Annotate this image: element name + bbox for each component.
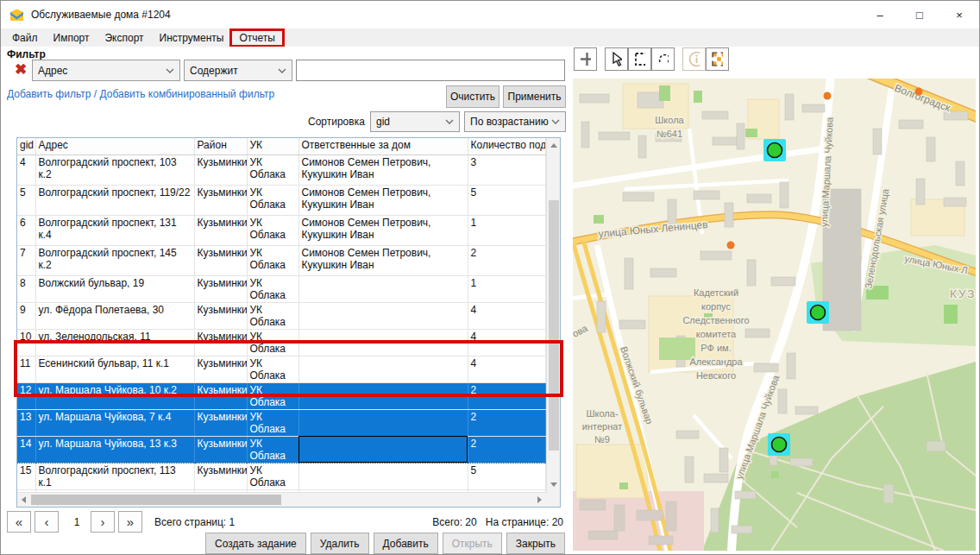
cell-address[interactable]: ул. Маршала Чуйкова, 7 к.4 xyxy=(35,409,194,436)
cell-count[interactable]: 1 xyxy=(468,275,546,302)
cell-district[interactable]: Кузьминки xyxy=(194,215,247,245)
cell-gid[interactable]: 4 xyxy=(17,155,35,185)
col-gid[interactable]: gid xyxy=(17,138,35,155)
cell-uk[interactable]: УК Облака xyxy=(247,302,298,329)
cell-address[interactable]: ул. Фёдора Полетаева, 30 xyxy=(35,302,194,329)
cell-count[interactable]: 5 xyxy=(468,463,546,489)
cell-district[interactable]: Кузьминки xyxy=(194,329,247,356)
cell-gid[interactable]: 12 xyxy=(17,382,35,409)
col-uk[interactable]: УК xyxy=(247,138,298,155)
table-row[interactable]: 8Волжский бульвар, 19КузьминкиУК Облака1 xyxy=(17,275,546,302)
apply-button[interactable]: Применить xyxy=(503,85,566,108)
cell-gid[interactable]: 10 xyxy=(17,329,35,356)
cell-district[interactable]: Кузьминки xyxy=(194,463,247,489)
maximize-button[interactable]: □ xyxy=(900,1,939,28)
cell-responsible[interactable] xyxy=(298,436,468,463)
menu-tools[interactable]: Инструменты xyxy=(152,30,232,46)
first-page-button[interactable]: « xyxy=(7,511,31,533)
cell-address[interactable]: ул. Маршала Чуйкова, 13 к.3 xyxy=(35,436,194,463)
map-canvas[interactable]: Школа №641 Волгоградск Зеленодольская ул… xyxy=(573,79,976,551)
filter-operator-select[interactable]: Содержит xyxy=(184,60,292,81)
table-row[interactable]: 15Волгоградский проспект, 113 к.1Кузьмин… xyxy=(17,463,546,489)
cell-uk[interactable]: УК Облака xyxy=(247,463,298,489)
cell-address[interactable]: Волгоградский проспект, 103 к.2 xyxy=(35,155,194,185)
cell-district[interactable]: Кузьминки xyxy=(194,275,247,302)
cell-responsible[interactable] xyxy=(298,302,468,329)
cell-uk[interactable]: УК Облака xyxy=(247,329,298,356)
cell-responsible[interactable] xyxy=(298,356,468,382)
cell-responsible[interactable]: Симонов Семен Петрович, Кукушкин Иван xyxy=(298,245,468,275)
vertical-scrollbar[interactable] xyxy=(546,138,560,492)
cell-uk[interactable]: УК Облака xyxy=(247,185,298,215)
lasso-select-button[interactable] xyxy=(651,47,675,71)
cell-responsible[interactable] xyxy=(298,329,468,356)
cell-count[interactable]: 5 xyxy=(468,185,546,215)
cluster-view-button[interactable] xyxy=(706,47,729,71)
cell-count[interactable]: 1 xyxy=(468,215,546,245)
vertical-scroll-thumb[interactable] xyxy=(549,200,559,451)
cell-address[interactable]: Волгоградский проспект, 131 к.4 xyxy=(35,215,194,245)
select-cursor-button[interactable] xyxy=(605,47,628,71)
cell-uk[interactable]: УК Облака xyxy=(247,245,298,275)
cell-gid[interactable]: 11 xyxy=(17,356,35,382)
scroll-right-icon[interactable] xyxy=(537,496,542,503)
table-row[interactable]: 9ул. Фёдора Полетаева, 30КузьминкиУК Обл… xyxy=(17,302,546,329)
cell-district[interactable]: Кузьминки xyxy=(194,356,247,382)
rectangle-select-button[interactable] xyxy=(628,47,651,71)
add-button[interactable]: Добавить xyxy=(374,533,438,554)
scroll-up-icon[interactable] xyxy=(550,143,557,148)
cell-responsible[interactable]: Симонов Семен Петрович, Кукушкин Иван xyxy=(298,215,468,245)
cell-uk[interactable]: УК Облака xyxy=(247,382,298,409)
cell-count[interactable]: 4 xyxy=(468,329,546,356)
cell-district[interactable]: Кузьминки xyxy=(194,382,247,409)
cell-responsible[interactable] xyxy=(298,382,468,409)
clear-button[interactable]: Очистить xyxy=(446,85,499,108)
table-row[interactable]: 12ул. Маршала Чуйкова, 10 к.2КузьминкиУК… xyxy=(17,382,546,409)
remove-filter-icon[interactable]: ✖ xyxy=(12,61,29,79)
cell-count[interactable]: 3 xyxy=(468,155,546,185)
cell-count[interactable]: 2 xyxy=(468,409,546,436)
cell-district[interactable]: Кузьминки xyxy=(194,302,247,329)
cell-gid[interactable]: 15 xyxy=(17,463,35,489)
cell-gid[interactable]: 8 xyxy=(17,275,35,302)
cell-district[interactable]: Кузьминки xyxy=(194,436,247,463)
table-row[interactable]: 5Волгоградский проспект, 119/22Кузьминки… xyxy=(17,185,546,215)
cell-uk[interactable]: УК Облака xyxy=(247,155,298,185)
cell-responsible[interactable]: Симонов Семен Петрович, Кукушкин Иван xyxy=(298,185,468,215)
cell-district[interactable]: Кузьминки xyxy=(194,245,247,275)
filter-field-select[interactable]: Адрес xyxy=(32,60,180,81)
cell-responsible[interactable] xyxy=(298,275,468,302)
house-marker[interactable] xyxy=(763,139,786,161)
cell-address[interactable]: ул. Зеленодольская, 11 xyxy=(35,329,194,356)
menu-import[interactable]: Импорт xyxy=(46,30,97,46)
cell-responsible[interactable] xyxy=(298,463,468,489)
table-row[interactable]: 7Волгоградский проспект, 145 к.2Кузьминк… xyxy=(17,245,546,275)
cell-count[interactable]: 2 xyxy=(468,436,546,463)
cell-address[interactable]: Есенинский бульвар, 11 к.1 xyxy=(35,356,194,382)
cell-count[interactable]: 4 xyxy=(468,356,546,382)
create-task-button[interactable]: Создать задание xyxy=(205,533,306,554)
horizontal-scrollbar[interactable] xyxy=(17,492,546,507)
cell-uk[interactable]: УК Облака xyxy=(247,409,298,436)
table-row[interactable]: 14ул. Маршала Чуйкова, 13 к.3КузьминкиУК… xyxy=(17,436,546,463)
close-button[interactable]: × xyxy=(939,1,979,28)
table-row[interactable]: 10ул. Зеленодольская, 11КузьминкиУК Обла… xyxy=(17,329,546,356)
cell-gid[interactable]: 7 xyxy=(17,245,35,275)
cell-responsible[interactable]: Симонов Семен Петрович, Кукушкин Иван xyxy=(298,155,468,185)
cell-uk[interactable]: УК Облака xyxy=(247,356,298,382)
next-page-button[interactable]: › xyxy=(91,511,115,533)
cell-count[interactable]: 4 xyxy=(468,302,546,329)
cell-gid[interactable]: 13 xyxy=(17,409,35,436)
cell-gid[interactable]: 14 xyxy=(17,436,35,463)
col-address[interactable]: Адрес xyxy=(35,138,194,155)
table-row[interactable]: 6Волгоградский проспект, 131 к.4Кузьминк… xyxy=(17,215,546,245)
cell-responsible[interactable] xyxy=(298,409,468,436)
cell-district[interactable]: Кузьминки xyxy=(194,185,247,215)
cell-district[interactable]: Кузьминки xyxy=(194,155,247,185)
horizontal-scroll-thumb[interactable] xyxy=(31,495,281,505)
cell-address[interactable]: Волгоградский проспект, 113 к.1 xyxy=(35,463,194,489)
add-point-button[interactable] xyxy=(574,47,597,71)
menu-file[interactable]: Файл xyxy=(4,30,46,46)
cell-gid[interactable]: 5 xyxy=(17,185,35,215)
house-marker[interactable] xyxy=(807,301,829,324)
